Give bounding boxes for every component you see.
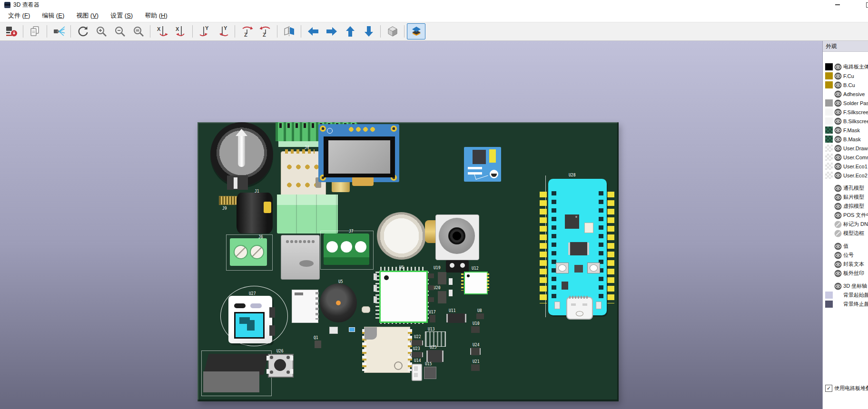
layer-color-swatch[interactable] [825,154,833,161]
rotate-z-counterclockwise-button[interactable]: Z [256,23,275,39]
render-view-button[interactable] [49,23,68,39]
visibility-on-icon[interactable] [834,63,842,71]
menu-help[interactable]: 帮助 (H) [140,10,172,21]
visibility-on-icon[interactable] [834,117,842,125]
visibility-on-icon[interactable] [834,108,842,116]
svg-text:X: X [176,26,179,32]
layer-color-swatch[interactable] [825,72,833,79]
layer-color-swatch[interactable] [825,90,833,97]
visibility-on-icon[interactable] [834,194,842,201]
visibility-on-icon[interactable] [834,154,842,161]
appearance-row[interactable]: 封装文本 [823,260,868,269]
visibility-on-icon[interactable] [834,99,842,107]
reload-board-button[interactable] [2,23,20,39]
visibility-on-icon[interactable] [834,203,842,210]
layer-color-swatch[interactable] [825,127,833,134]
visibility-on-icon[interactable] [834,243,842,250]
zoom-to-fit-button[interactable] [129,23,148,39]
appearance-row[interactable]: B.Cu [823,80,868,89]
visibility-on-icon[interactable] [834,172,842,179]
rotate-y-clockwise-button[interactable]: Y [195,23,214,39]
layer-color-swatch[interactable] [825,301,833,308]
show-appearance-layers-button[interactable] [407,23,425,39]
menu-settings[interactable]: 设置 (S) [106,10,137,21]
appearance-row[interactable]: Solder Paste [823,98,868,107]
dev-pads-right [599,191,603,302]
visibility-on-icon[interactable] [834,185,842,192]
orthographic-projection-button[interactable] [383,23,402,39]
pan-up-button[interactable] [341,23,359,39]
appearance-row[interactable]: 通孔模型 [823,184,868,193]
3d-viewport[interactable]: J1 J9 J4 J2 [0,41,822,409]
visibility-on-icon[interactable] [834,252,842,259]
pan-right-button[interactable] [322,23,341,39]
pan-down-button[interactable] [359,23,378,39]
appearance-row[interactable]: 贴片模型 [823,193,868,202]
layer-color-swatch[interactable] [825,108,833,116]
layer-color-swatch[interactable] [825,163,833,170]
visibility-on-icon[interactable] [834,282,842,290]
appearance-row[interactable]: 模型边框 [823,229,868,238]
visibility-on-icon[interactable] [834,72,842,80]
maximize-button[interactable] [860,0,868,10]
appearance-row[interactable]: POS 文件中没有的模型 [823,211,868,220]
layer-color-swatch[interactable] [825,117,833,125]
appearance-row[interactable]: User.Eco2 [823,171,868,180]
layer-color-swatch[interactable] [825,136,833,143]
visibility-on-icon[interactable] [834,145,842,152]
checkbox-checked-icon[interactable] [825,385,832,392]
visibility-on-icon[interactable] [834,90,842,98]
zoom-out-button[interactable] [110,23,129,39]
appearance-row[interactable]: User.Comments [823,153,868,162]
rotate-x-counterclockwise-button[interactable]: X [171,23,190,39]
swatch-spacer [825,282,833,290]
rotate-z-clockwise-button[interactable]: Z [237,23,256,39]
rotate-x-clockwise-button[interactable]: X [153,23,171,39]
visibility-on-icon[interactable] [834,261,842,268]
appearance-row[interactable]: F.Mask [823,126,868,135]
layer-color-swatch[interactable] [825,81,833,88]
visibility-on-icon[interactable] [834,136,842,143]
visibility-off-icon[interactable] [834,221,842,228]
visibility-on-icon[interactable] [834,270,842,277]
appearance-label: 背景终止颜色 [843,301,868,308]
visibility-off-icon[interactable] [834,230,842,237]
rotate-y-counterclockwise-button[interactable]: Y [214,23,232,39]
appearance-row[interactable]: 值 [823,242,868,251]
appearance-row[interactable]: 板外丝印 [823,269,868,278]
appearance-row[interactable]: B.Mask [823,135,868,144]
use-board-stackup-colors-checkbox[interactable]: 使用电路板堆叠颜色 [823,385,868,392]
layer-color-swatch[interactable] [825,292,833,299]
appearance-row[interactable]: F.Silkscreen [823,107,868,117]
appearance-row[interactable]: 位号 [823,251,868,260]
barrel-jack-tab [264,202,271,213]
layer-color-swatch[interactable] [825,145,833,152]
appearance-row[interactable]: 3D 坐标轴 [823,282,868,291]
layer-color-swatch[interactable] [825,172,833,179]
visibility-on-icon[interactable] [834,212,842,219]
layer-color-swatch[interactable] [825,63,833,70]
menu-view[interactable]: 视图 (V) [72,10,103,21]
layer-color-swatch[interactable] [825,99,833,107]
zoom-in-button[interactable] [92,23,110,39]
menu-edit[interactable]: 编辑 (E) [38,10,69,21]
flip-board-button[interactable] [280,23,298,39]
appearance-row[interactable]: User.Drawings [823,144,868,153]
appearance-row[interactable]: B.Silkscreen [823,117,868,126]
redraw-button[interactable] [73,23,92,39]
appearance-row[interactable]: 电路板主体 [823,62,868,71]
appearance-row[interactable]: F.Cu [823,71,868,80]
appearance-row[interactable]: User.Eco1 [823,162,868,171]
visibility-on-icon[interactable] [834,163,842,170]
appearance-row[interactable]: 背景起始颜色 [823,291,868,300]
appearance-row[interactable]: Adhesive [823,89,868,98]
minimize-button[interactable] [829,0,846,10]
menu-file[interactable]: 文件 (F) [4,10,34,21]
pan-left-button[interactable] [304,23,322,39]
appearance-row[interactable]: 背景终止颜色 [823,300,868,309]
appearance-row[interactable]: 标记为 DNP 的模型 [823,220,868,229]
visibility-on-icon[interactable] [834,127,842,134]
visibility-on-icon[interactable] [834,81,842,89]
copy-image-button[interactable] [26,23,44,39]
appearance-row[interactable]: 虚拟模型 [823,202,868,211]
